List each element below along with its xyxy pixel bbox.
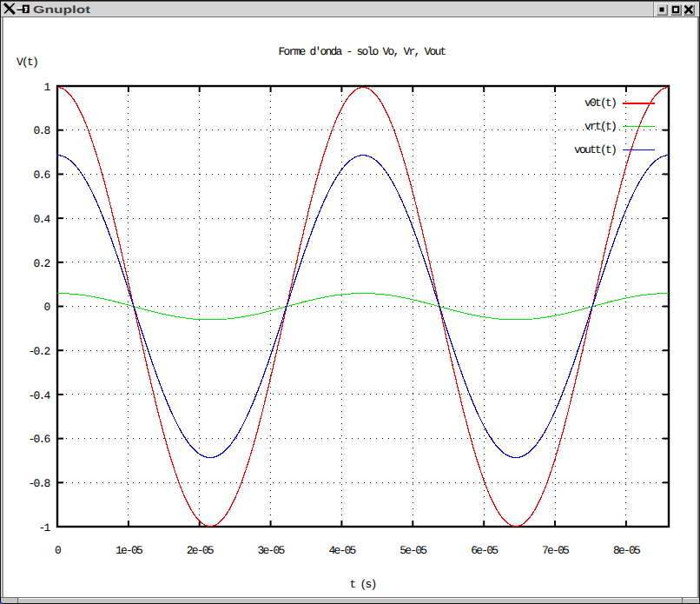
svg-text:2e-05: 2e-05 bbox=[187, 544, 214, 557]
svg-text:3e-05: 3e-05 bbox=[258, 544, 285, 557]
svg-text:voutt(t): voutt(t) bbox=[574, 143, 616, 156]
svg-text:-0.4: -0.4 bbox=[28, 389, 50, 402]
svg-text:0.8: 0.8 bbox=[33, 124, 50, 137]
svg-text:Gnuplot: Gnuplot bbox=[33, 3, 90, 16]
svg-text:t (s): t (s) bbox=[349, 578, 375, 591]
svg-text:0: 0 bbox=[55, 544, 61, 557]
svg-text:0.6: 0.6 bbox=[33, 169, 50, 182]
svg-text:0.4: 0.4 bbox=[33, 213, 50, 226]
svg-text:0: 0 bbox=[43, 301, 50, 314]
svg-text:V(t): V(t) bbox=[17, 56, 37, 69]
svg-text:vrt(t): vrt(t) bbox=[584, 120, 616, 133]
svg-text:7e-05: 7e-05 bbox=[542, 544, 569, 557]
svg-text:-0.2: -0.2 bbox=[28, 345, 50, 358]
svg-text:-0.6: -0.6 bbox=[28, 433, 50, 446]
svg-text:v0t(t): v0t(t) bbox=[584, 96, 616, 110]
svg-text:6e-05: 6e-05 bbox=[471, 544, 498, 557]
svg-text:-0.8: -0.8 bbox=[28, 477, 50, 490]
svg-text:5e-05: 5e-05 bbox=[400, 544, 426, 557]
svg-text:4e-05: 4e-05 bbox=[328, 544, 355, 557]
svg-text:0.2: 0.2 bbox=[33, 257, 50, 270]
svg-text:8e-05: 8e-05 bbox=[613, 544, 640, 557]
svg-text:1e-05: 1e-05 bbox=[116, 544, 142, 557]
svg-text:Forme d'onda - solo Vo, Vr, Vo: Forme d'onda - solo Vo, Vr, Vout bbox=[278, 45, 446, 58]
svg-text:-1: -1 bbox=[38, 521, 50, 534]
